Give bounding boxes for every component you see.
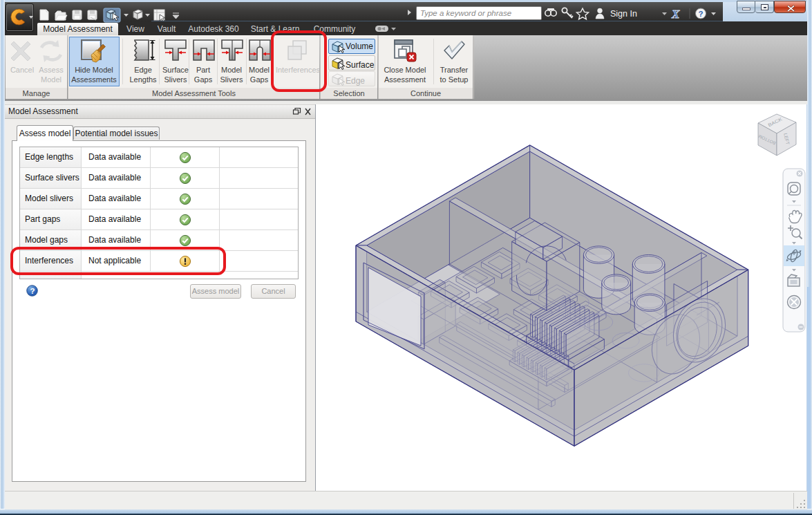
svg-text:X: X — [671, 8, 680, 21]
svg-text:Sign In: Sign In — [610, 9, 637, 19]
svg-text:?: ? — [699, 10, 704, 18]
svg-text:?: ? — [30, 287, 35, 295]
